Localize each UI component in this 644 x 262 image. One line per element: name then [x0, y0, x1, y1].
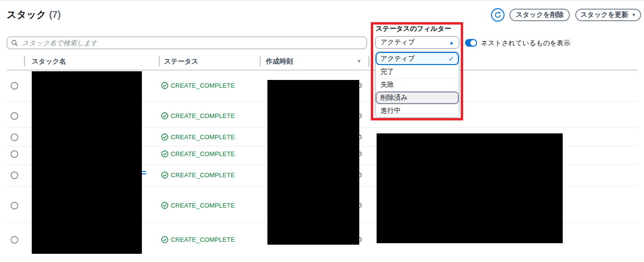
- redacted-stack-link-fragment[interactable]: [142, 171, 146, 172]
- row-radio-button[interactable]: [11, 150, 18, 158]
- row-radio-button[interactable]: [11, 112, 18, 120]
- header-underline: [7, 70, 637, 70]
- dropdown-option-failed[interactable]: 失敗: [376, 78, 459, 91]
- page-title-text: スタック: [7, 9, 46, 20]
- stack-status-cell: CREATE_COMPLETE: [161, 202, 235, 209]
- stack-status-cell: CREATE_COMPLETE: [161, 112, 235, 119]
- stack-count-badge: (7): [49, 9, 61, 20]
- status-filter-value: アクティブ: [380, 38, 415, 47]
- status-filter-label: ステータスのフィルター: [376, 25, 451, 33]
- column-header-status[interactable]: ステータス: [164, 57, 198, 66]
- stack-status-text: CREATE_COMPLETE: [171, 150, 235, 157]
- success-check-icon: [161, 133, 168, 141]
- stack-status-text: CREATE_COMPLETE: [171, 171, 235, 179]
- created-time-fragment: 0: [359, 112, 362, 119]
- stack-status-text: CREATE_COMPLETE: [171, 82, 235, 89]
- created-time-fragment: 0: [359, 150, 362, 157]
- stack-status-text: CREATE_COMPLETE: [171, 133, 235, 141]
- option-label: 進行中: [380, 106, 401, 115]
- update-stack-label: スタックを更新: [581, 11, 629, 19]
- show-nested-toggle-label: ネストされているものを表示: [481, 39, 570, 48]
- stack-status-cell: CREATE_COMPLETE: [161, 150, 235, 157]
- option-label: 完了: [380, 67, 394, 76]
- redacted-stack-link-fragment[interactable]: [142, 173, 146, 174]
- option-label: アクティブ: [380, 54, 415, 63]
- created-time-fragment: 0: [359, 171, 362, 179]
- top-divider: [0, 0, 644, 1]
- dropdown-option-deleted[interactable]: 削除済み: [376, 91, 459, 104]
- stack-search-field: [7, 37, 367, 49]
- option-label: 削除済み: [380, 93, 407, 102]
- row-radio-button[interactable]: [11, 133, 18, 141]
- stack-status-cell: CREATE_COMPLETE: [161, 133, 235, 141]
- redaction-box-stack-names: [32, 71, 142, 254]
- chevron-up-icon: ▲: [449, 39, 454, 45]
- success-check-icon: [161, 236, 168, 243]
- column-header-stack-name[interactable]: スタック名: [32, 57, 66, 66]
- status-filter-select[interactable]: アクティブ ▲: [375, 36, 459, 49]
- toggle-knob: [470, 40, 476, 46]
- page-title: スタック(7): [7, 8, 61, 21]
- stack-status-text: CREATE_COMPLETE: [171, 112, 235, 119]
- row-radio-button[interactable]: [11, 202, 18, 210]
- show-nested-toggle[interactable]: [465, 39, 477, 47]
- success-check-icon: [161, 202, 168, 209]
- row-radio-button[interactable]: [11, 171, 18, 179]
- column-divider: [260, 56, 261, 66]
- dropdown-option-in-progress[interactable]: 進行中: [376, 104, 459, 117]
- stack-status-cell: CREATE_COMPLETE: [161, 236, 235, 243]
- row-radio-button[interactable]: [11, 82, 18, 90]
- success-check-icon: [161, 82, 168, 89]
- redaction-box-created-times: [267, 80, 359, 245]
- stack-status-cell: CREATE_COMPLETE: [161, 82, 235, 89]
- success-check-icon: [161, 150, 168, 157]
- row-radio-button[interactable]: [11, 236, 18, 244]
- created-time-fragment: 0: [359, 133, 362, 141]
- search-icon: [11, 39, 18, 47]
- column-header-created-time[interactable]: 作成時刻: [266, 57, 293, 66]
- dropdown-option-active[interactable]: アクティブ ✓: [376, 52, 459, 65]
- sort-descending-icon[interactable]: ▼: [356, 58, 362, 64]
- update-stack-button[interactable]: スタックを更新▼: [575, 9, 641, 21]
- created-time-fragment: 0: [359, 82, 362, 89]
- success-check-icon: [161, 112, 168, 119]
- dropdown-option-complete[interactable]: 完了: [376, 65, 459, 78]
- column-divider: [159, 56, 160, 66]
- success-check-icon: [161, 171, 168, 179]
- cloudformation-stacks-page: スタック(7) スタックを削除 スタックを更新▼ ステータスのフィルター アクテ…: [0, 0, 644, 262]
- search-input[interactable]: [22, 39, 363, 47]
- created-time-fragment: 0: [359, 236, 362, 243]
- column-divider: [368, 56, 369, 66]
- stack-status-text: CREATE_COMPLETE: [171, 236, 235, 243]
- stack-status-text: CREATE_COMPLETE: [171, 202, 235, 209]
- redaction-box-right: [377, 133, 563, 243]
- delete-stack-label: スタックを削除: [516, 11, 564, 19]
- refresh-icon: [494, 11, 502, 19]
- delete-stack-button[interactable]: スタックを削除: [509, 9, 570, 21]
- chevron-down-icon: ▼: [631, 13, 636, 17]
- status-filter-dropdown: アクティブ ✓ 完了 失敗 削除済み 進行中: [375, 52, 459, 118]
- check-icon: ✓: [448, 55, 454, 63]
- stack-status-cell: CREATE_COMPLETE: [161, 171, 235, 179]
- created-time-fragment: 0: [359, 202, 362, 209]
- column-divider: [24, 56, 25, 66]
- option-label: 失敗: [380, 80, 394, 89]
- refresh-button[interactable]: [491, 8, 505, 22]
